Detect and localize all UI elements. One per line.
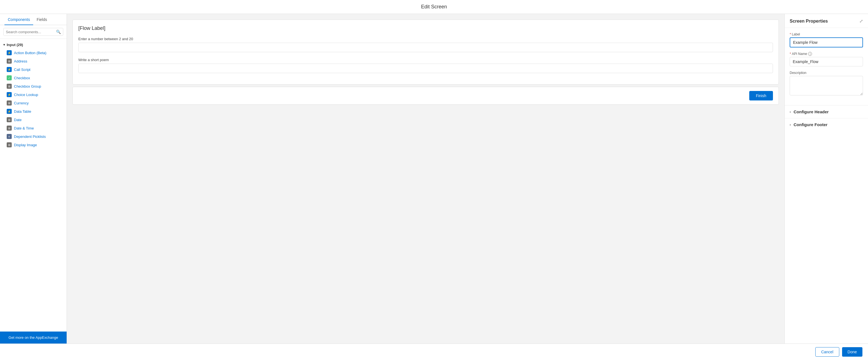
search-input[interactable] xyxy=(6,30,56,34)
chevron-right-icon-2: › xyxy=(790,123,791,127)
search-box: 🔍 xyxy=(0,25,67,39)
required-star-api: * xyxy=(790,52,791,56)
description-textarea[interactable] xyxy=(790,76,863,95)
components-list: ▾ Input (29) ⚡ Action Button (Beta) ⊞ Ad… xyxy=(0,39,67,332)
api-name-field: * API Name i xyxy=(790,52,863,66)
done-button[interactable]: Done xyxy=(842,347,862,357)
list-item[interactable]: ⊞ Display Image xyxy=(0,141,67,149)
required-star: * xyxy=(790,32,791,36)
list-item[interactable]: ⊞ Address xyxy=(0,57,67,65)
list-item[interactable]: ⊞ Date xyxy=(0,115,67,124)
search-icon: 🔍 xyxy=(56,30,61,34)
component-label: Checkbox Group xyxy=(14,84,41,88)
date-time-icon: ⊞ xyxy=(7,126,12,131)
canvas-main-card: [Flow Label] Enter a number between 2 an… xyxy=(72,20,779,85)
section-label: Input (29) xyxy=(7,43,23,47)
action-button-icon: ⚡ xyxy=(7,50,12,55)
number-field-label: Enter a number between 2 and 20 xyxy=(78,37,773,41)
component-label: Data Table xyxy=(14,109,31,114)
date-icon: ⊞ xyxy=(7,117,12,122)
address-icon: ⊞ xyxy=(7,59,12,64)
list-item[interactable]: ⊞ Currency xyxy=(0,99,67,107)
properties-header: Screen Properties ⤢ xyxy=(785,14,868,28)
component-label: Dependent Picklists xyxy=(14,135,46,139)
info-icon: i xyxy=(808,52,812,56)
api-name-label: * API Name i xyxy=(790,52,863,56)
list-item[interactable]: ⊞ Checkbox Group xyxy=(0,82,67,90)
component-label: Date xyxy=(14,118,22,122)
bottom-footer: Cancel Done xyxy=(0,343,868,360)
poem-field-section: Write a short poem xyxy=(78,58,773,73)
configure-header-toggle[interactable]: › Configure Header xyxy=(790,109,863,114)
checkbox-icon: ✓ xyxy=(7,75,12,80)
component-label: Choice Lookup xyxy=(14,93,38,97)
finish-button[interactable]: Finish xyxy=(749,91,773,101)
dependent-picklists-icon: ≡ xyxy=(7,134,12,139)
label-input[interactable] xyxy=(790,37,863,48)
component-label: Checkbox xyxy=(14,76,30,80)
component-label: Display Image xyxy=(14,143,37,147)
description-label: Description xyxy=(790,71,863,75)
data-table-icon: ⚡ xyxy=(7,109,12,114)
api-name-input[interactable] xyxy=(790,57,863,66)
expand-icon[interactable]: ⤢ xyxy=(859,19,863,24)
number-field-input[interactable] xyxy=(78,43,773,52)
configure-footer-label: Configure Footer xyxy=(794,122,828,127)
section-input-header[interactable]: ▾ Input (29) xyxy=(0,41,67,49)
tab-components[interactable]: Components xyxy=(4,14,33,25)
list-item[interactable]: ⚡ Call Script xyxy=(0,65,67,74)
cancel-button[interactable]: Cancel xyxy=(815,347,839,357)
list-item[interactable]: ⊞ Date & Time xyxy=(0,124,67,132)
search-wrap: 🔍 xyxy=(3,28,63,36)
configure-header-section: › Configure Header xyxy=(785,105,868,118)
checkbox-group-icon: ⊞ xyxy=(7,84,12,89)
display-image-icon: ⊞ xyxy=(7,142,12,147)
configure-footer-toggle[interactable]: › Configure Footer xyxy=(790,122,863,127)
poem-field-label: Write a short poem xyxy=(78,58,773,62)
currency-icon: ⊞ xyxy=(7,101,12,106)
choice-lookup-icon: ⚡ xyxy=(7,92,12,97)
list-item[interactable]: ⚡ Choice Lookup xyxy=(0,90,67,99)
finish-row: Finish xyxy=(72,87,779,105)
component-label: Date & Time xyxy=(14,126,34,130)
configure-footer-section: › Configure Footer xyxy=(785,118,868,131)
sidebar-tabs: Components Fields xyxy=(0,14,67,25)
chevron-down-icon: ▾ xyxy=(3,43,5,47)
chevron-right-icon: › xyxy=(790,110,791,114)
list-item[interactable]: ⚡ Action Button (Beta) xyxy=(0,49,67,57)
label-field-label: * Label xyxy=(790,32,863,36)
call-script-icon: ⚡ xyxy=(7,67,12,72)
list-item[interactable]: ≡ Dependent Picklists xyxy=(0,132,67,141)
component-label: Currency xyxy=(14,101,29,105)
tab-fields[interactable]: Fields xyxy=(33,14,50,25)
page-title: Edit Screen xyxy=(0,0,868,14)
properties-title: Screen Properties xyxy=(790,19,828,24)
flow-label: [Flow Label] xyxy=(78,25,773,31)
right-panel: Screen Properties ⤢ * Label * API Name i xyxy=(784,14,868,343)
left-sidebar: Components Fields 🔍 ▾ Input (29) ⚡ Actio… xyxy=(0,14,67,343)
appexchange-button[interactable]: Get more on the AppExchange xyxy=(0,332,67,343)
number-field-section: Enter a number between 2 and 20 xyxy=(78,37,773,52)
component-label: Call Script xyxy=(14,67,30,72)
component-label: Action Button (Beta) xyxy=(14,51,46,55)
label-field: * Label xyxy=(790,32,863,48)
description-field: Description xyxy=(790,71,863,96)
properties-form: * Label * API Name i Description xyxy=(785,28,868,105)
component-label: Address xyxy=(14,59,27,63)
list-item[interactable]: ⚡ Data Table xyxy=(0,107,67,115)
list-item[interactable]: ✓ Checkbox xyxy=(0,74,67,82)
center-canvas: [Flow Label] Enter a number between 2 an… xyxy=(67,14,784,343)
poem-field-input[interactable] xyxy=(78,64,773,73)
configure-header-label: Configure Header xyxy=(794,109,829,114)
